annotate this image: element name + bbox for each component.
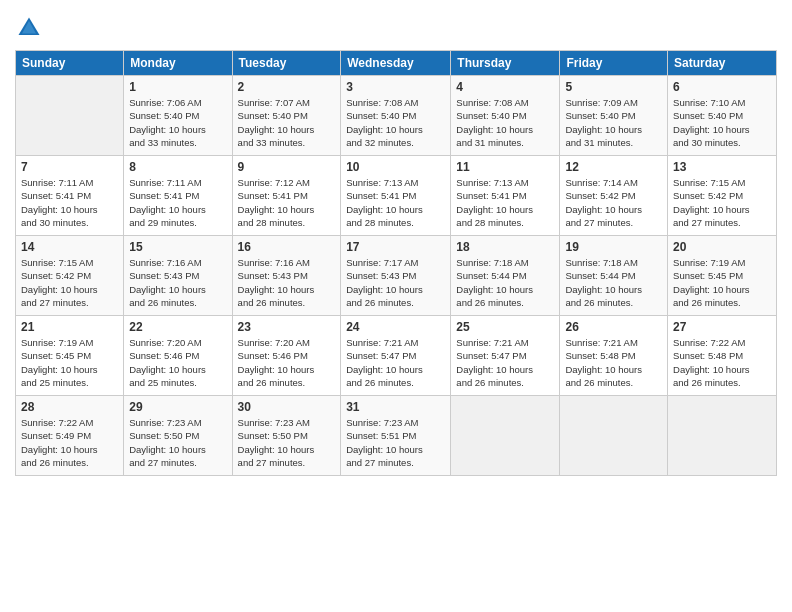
day-number: 31 xyxy=(346,400,445,414)
header xyxy=(15,10,777,42)
day-info: Sunrise: 7:18 AMSunset: 5:44 PMDaylight:… xyxy=(565,256,662,309)
day-number: 21 xyxy=(21,320,118,334)
day-number: 1 xyxy=(129,80,226,94)
day-number: 12 xyxy=(565,160,662,174)
day-info: Sunrise: 7:15 AMSunset: 5:42 PMDaylight:… xyxy=(673,176,771,229)
day-info: Sunrise: 7:09 AMSunset: 5:40 PMDaylight:… xyxy=(565,96,662,149)
calendar-cell: 22Sunrise: 7:20 AMSunset: 5:46 PMDayligh… xyxy=(124,316,232,396)
calendar-cell: 24Sunrise: 7:21 AMSunset: 5:47 PMDayligh… xyxy=(341,316,451,396)
day-info: Sunrise: 7:15 AMSunset: 5:42 PMDaylight:… xyxy=(21,256,118,309)
day-info: Sunrise: 7:10 AMSunset: 5:40 PMDaylight:… xyxy=(673,96,771,149)
calendar-cell: 11Sunrise: 7:13 AMSunset: 5:41 PMDayligh… xyxy=(451,156,560,236)
calendar-table: SundayMondayTuesdayWednesdayThursdayFrid… xyxy=(15,50,777,476)
day-info: Sunrise: 7:11 AMSunset: 5:41 PMDaylight:… xyxy=(129,176,226,229)
calendar-cell: 23Sunrise: 7:20 AMSunset: 5:46 PMDayligh… xyxy=(232,316,341,396)
calendar-cell: 2Sunrise: 7:07 AMSunset: 5:40 PMDaylight… xyxy=(232,76,341,156)
calendar-cell: 17Sunrise: 7:17 AMSunset: 5:43 PMDayligh… xyxy=(341,236,451,316)
calendar-cell: 3Sunrise: 7:08 AMSunset: 5:40 PMDaylight… xyxy=(341,76,451,156)
day-info: Sunrise: 7:23 AMSunset: 5:50 PMDaylight:… xyxy=(129,416,226,469)
calendar-cell: 27Sunrise: 7:22 AMSunset: 5:48 PMDayligh… xyxy=(668,316,777,396)
calendar-cell: 25Sunrise: 7:21 AMSunset: 5:47 PMDayligh… xyxy=(451,316,560,396)
calendar-cell: 19Sunrise: 7:18 AMSunset: 5:44 PMDayligh… xyxy=(560,236,668,316)
day-number: 5 xyxy=(565,80,662,94)
calendar-cell: 7Sunrise: 7:11 AMSunset: 5:41 PMDaylight… xyxy=(16,156,124,236)
day-number: 16 xyxy=(238,240,336,254)
day-info: Sunrise: 7:12 AMSunset: 5:41 PMDaylight:… xyxy=(238,176,336,229)
day-number: 11 xyxy=(456,160,554,174)
day-number: 15 xyxy=(129,240,226,254)
calendar-cell: 29Sunrise: 7:23 AMSunset: 5:50 PMDayligh… xyxy=(124,396,232,476)
day-number: 18 xyxy=(456,240,554,254)
calendar-cell: 8Sunrise: 7:11 AMSunset: 5:41 PMDaylight… xyxy=(124,156,232,236)
calendar-cell: 4Sunrise: 7:08 AMSunset: 5:40 PMDaylight… xyxy=(451,76,560,156)
calendar-cell xyxy=(451,396,560,476)
page-container: SundayMondayTuesdayWednesdayThursdayFrid… xyxy=(0,0,792,486)
day-info: Sunrise: 7:06 AMSunset: 5:40 PMDaylight:… xyxy=(129,96,226,149)
calendar-cell: 6Sunrise: 7:10 AMSunset: 5:40 PMDaylight… xyxy=(668,76,777,156)
day-info: Sunrise: 7:20 AMSunset: 5:46 PMDaylight:… xyxy=(238,336,336,389)
calendar-cell: 16Sunrise: 7:16 AMSunset: 5:43 PMDayligh… xyxy=(232,236,341,316)
calendar-cell: 12Sunrise: 7:14 AMSunset: 5:42 PMDayligh… xyxy=(560,156,668,236)
day-info: Sunrise: 7:16 AMSunset: 5:43 PMDaylight:… xyxy=(129,256,226,309)
day-info: Sunrise: 7:07 AMSunset: 5:40 PMDaylight:… xyxy=(238,96,336,149)
day-info: Sunrise: 7:13 AMSunset: 5:41 PMDaylight:… xyxy=(456,176,554,229)
day-number: 2 xyxy=(238,80,336,94)
day-info: Sunrise: 7:18 AMSunset: 5:44 PMDaylight:… xyxy=(456,256,554,309)
column-header-sunday: Sunday xyxy=(16,51,124,76)
calendar-cell: 13Sunrise: 7:15 AMSunset: 5:42 PMDayligh… xyxy=(668,156,777,236)
calendar-cell: 21Sunrise: 7:19 AMSunset: 5:45 PMDayligh… xyxy=(16,316,124,396)
column-header-tuesday: Tuesday xyxy=(232,51,341,76)
calendar-header-row: SundayMondayTuesdayWednesdayThursdayFrid… xyxy=(16,51,777,76)
day-number: 24 xyxy=(346,320,445,334)
day-number: 3 xyxy=(346,80,445,94)
day-number: 28 xyxy=(21,400,118,414)
calendar-cell: 28Sunrise: 7:22 AMSunset: 5:49 PMDayligh… xyxy=(16,396,124,476)
day-info: Sunrise: 7:19 AMSunset: 5:45 PMDaylight:… xyxy=(673,256,771,309)
week-row-1: 1Sunrise: 7:06 AMSunset: 5:40 PMDaylight… xyxy=(16,76,777,156)
column-header-thursday: Thursday xyxy=(451,51,560,76)
day-info: Sunrise: 7:22 AMSunset: 5:48 PMDaylight:… xyxy=(673,336,771,389)
day-number: 17 xyxy=(346,240,445,254)
logo-icon xyxy=(15,14,43,42)
day-number: 22 xyxy=(129,320,226,334)
day-number: 23 xyxy=(238,320,336,334)
day-info: Sunrise: 7:08 AMSunset: 5:40 PMDaylight:… xyxy=(456,96,554,149)
calendar-cell: 31Sunrise: 7:23 AMSunset: 5:51 PMDayligh… xyxy=(341,396,451,476)
day-number: 30 xyxy=(238,400,336,414)
day-number: 20 xyxy=(673,240,771,254)
calendar-cell: 15Sunrise: 7:16 AMSunset: 5:43 PMDayligh… xyxy=(124,236,232,316)
day-info: Sunrise: 7:21 AMSunset: 5:47 PMDaylight:… xyxy=(346,336,445,389)
day-number: 25 xyxy=(456,320,554,334)
column-header-saturday: Saturday xyxy=(668,51,777,76)
day-number: 19 xyxy=(565,240,662,254)
calendar-cell: 5Sunrise: 7:09 AMSunset: 5:40 PMDaylight… xyxy=(560,76,668,156)
day-info: Sunrise: 7:16 AMSunset: 5:43 PMDaylight:… xyxy=(238,256,336,309)
calendar-cell xyxy=(668,396,777,476)
calendar-cell: 10Sunrise: 7:13 AMSunset: 5:41 PMDayligh… xyxy=(341,156,451,236)
day-number: 8 xyxy=(129,160,226,174)
day-info: Sunrise: 7:23 AMSunset: 5:50 PMDaylight:… xyxy=(238,416,336,469)
calendar-cell: 14Sunrise: 7:15 AMSunset: 5:42 PMDayligh… xyxy=(16,236,124,316)
column-header-monday: Monday xyxy=(124,51,232,76)
calendar-cell: 20Sunrise: 7:19 AMSunset: 5:45 PMDayligh… xyxy=(668,236,777,316)
day-number: 6 xyxy=(673,80,771,94)
day-info: Sunrise: 7:22 AMSunset: 5:49 PMDaylight:… xyxy=(21,416,118,469)
calendar-cell: 18Sunrise: 7:18 AMSunset: 5:44 PMDayligh… xyxy=(451,236,560,316)
day-number: 26 xyxy=(565,320,662,334)
calendar-cell xyxy=(16,76,124,156)
column-header-friday: Friday xyxy=(560,51,668,76)
day-number: 29 xyxy=(129,400,226,414)
day-info: Sunrise: 7:11 AMSunset: 5:41 PMDaylight:… xyxy=(21,176,118,229)
calendar-cell: 9Sunrise: 7:12 AMSunset: 5:41 PMDaylight… xyxy=(232,156,341,236)
day-number: 4 xyxy=(456,80,554,94)
day-info: Sunrise: 7:13 AMSunset: 5:41 PMDaylight:… xyxy=(346,176,445,229)
day-number: 13 xyxy=(673,160,771,174)
calendar-cell: 30Sunrise: 7:23 AMSunset: 5:50 PMDayligh… xyxy=(232,396,341,476)
column-header-wednesday: Wednesday xyxy=(341,51,451,76)
day-number: 10 xyxy=(346,160,445,174)
day-info: Sunrise: 7:14 AMSunset: 5:42 PMDaylight:… xyxy=(565,176,662,229)
logo xyxy=(15,14,47,42)
day-info: Sunrise: 7:21 AMSunset: 5:47 PMDaylight:… xyxy=(456,336,554,389)
day-number: 9 xyxy=(238,160,336,174)
day-info: Sunrise: 7:08 AMSunset: 5:40 PMDaylight:… xyxy=(346,96,445,149)
